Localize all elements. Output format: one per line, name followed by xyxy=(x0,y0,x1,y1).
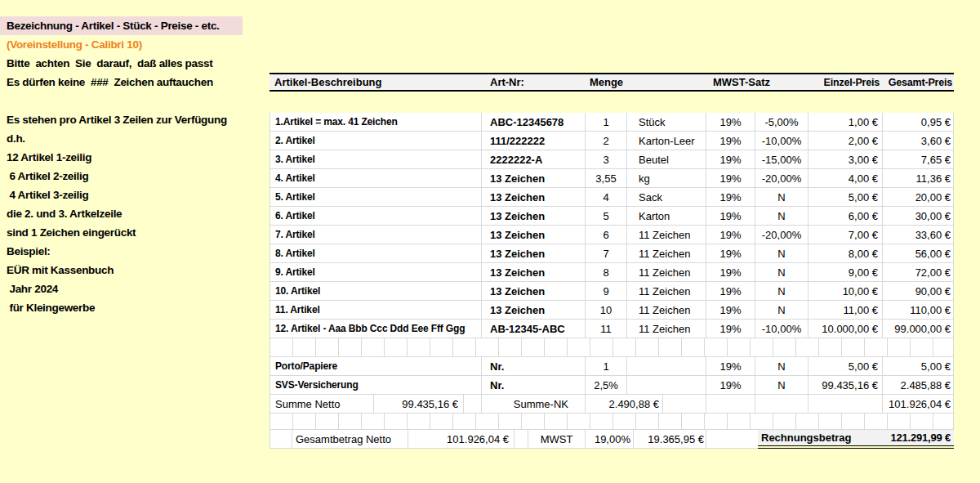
cell-einzelpreis[interactable]: 7,00 € xyxy=(808,226,883,244)
cell-desc[interactable]: 9. Artikel xyxy=(270,263,482,282)
cell-menge[interactable]: 10 xyxy=(586,301,627,320)
cell-einheit[interactable]: 11 Zeichen xyxy=(627,282,706,301)
cell-einzelpreis[interactable]: 9,00 € xyxy=(808,263,883,282)
cell-desc[interactable]: 3. Artikel xyxy=(270,150,482,169)
cell-desc[interactable]: 10. Artikel xyxy=(270,282,482,301)
cell-menge[interactable]: 3,55 xyxy=(586,169,627,188)
cell-menge[interactable]: 8 xyxy=(586,263,627,282)
cell-mwst[interactable]: 19% xyxy=(706,169,755,188)
cell-einzelpreis[interactable]: 1,00 € xyxy=(808,113,883,132)
cell-artnr[interactable]: 111/222222 xyxy=(482,132,586,150)
empty-cell[interactable] xyxy=(514,430,528,449)
cell-artnr[interactable]: AB-12345-ABC xyxy=(482,320,586,338)
cell-desc[interactable]: 5. Artikel xyxy=(270,188,482,207)
cell-einzelpreis[interactable]: 11,00 € xyxy=(808,301,883,320)
cell-rabatt[interactable]: -10,00% xyxy=(755,132,808,150)
cell-einzelpreis[interactable]: 99.435,16 € xyxy=(808,376,883,395)
rechnungsbetrag-value[interactable]: 121.291,99 € xyxy=(866,430,954,445)
mwst-label[interactable]: MWST xyxy=(528,430,586,449)
cell-gesamtpreis[interactable]: 72,00 € xyxy=(883,263,954,282)
cell-einheit[interactable]: Sack xyxy=(627,188,706,207)
cell-einzelpreis[interactable]: 6,00 € xyxy=(808,207,883,226)
cell-gesamtpreis[interactable]: 5,00 € xyxy=(883,357,954,376)
cell-desc[interactable]: Porto/Papiere xyxy=(270,357,482,376)
cell-einheit[interactable]: kg xyxy=(627,169,706,188)
empty-cell[interactable] xyxy=(663,395,706,414)
cell-rabatt[interactable]: -20,00% xyxy=(755,169,808,188)
cell-artnr[interactable]: 13 Zeichen xyxy=(482,282,586,301)
gesamtbetrag-netto-label[interactable]: Gesamtbetrag Netto xyxy=(292,430,408,449)
empty-cell[interactable] xyxy=(706,395,755,414)
cell-menge[interactable]: 3 xyxy=(586,150,627,169)
cell-einheit[interactable]: Karton-Leer xyxy=(627,132,706,150)
cell-menge[interactable]: 11 xyxy=(586,320,627,338)
empty-cell[interactable] xyxy=(270,430,292,449)
cell-mwst[interactable]: 19% xyxy=(706,132,755,150)
cell-desc[interactable]: 6. Artikel xyxy=(270,207,482,226)
cell-artnr[interactable]: 13 Zeichen xyxy=(482,301,586,320)
cell-desc[interactable]: 11. Artikel xyxy=(270,301,482,320)
cell-mwst[interactable]: 19% xyxy=(706,226,755,244)
cell-rabatt[interactable]: -10,00% xyxy=(755,320,808,338)
cell-gesamtpreis[interactable]: 0,95 € xyxy=(883,113,954,132)
summe-netto-label[interactable]: Summe Netto xyxy=(270,395,374,414)
cell-desc[interactable]: SVS-Versicherung xyxy=(270,376,482,395)
cell-mwst[interactable]: 19% xyxy=(706,376,755,395)
cell-gesamtpreis[interactable]: 11,36 € xyxy=(883,169,954,188)
cell-gesamtpreis[interactable]: 7,65 € xyxy=(883,150,954,169)
cell-mwst[interactable]: 19% xyxy=(706,207,755,226)
cell-einheit[interactable] xyxy=(627,376,706,395)
cell-einheit[interactable]: Karton xyxy=(627,207,706,226)
cell-menge[interactable]: 6 xyxy=(586,226,627,244)
cell-artnr[interactable]: 13 Zeichen xyxy=(482,263,586,282)
cell-rabatt[interactable]: N xyxy=(755,207,808,226)
empty-cell[interactable] xyxy=(755,395,808,414)
cell-desc[interactable]: 7. Artikel xyxy=(270,226,482,244)
cell-mwst[interactable]: 19% xyxy=(706,188,755,207)
cell-mwst[interactable]: 19% xyxy=(706,320,755,338)
netto-total-value[interactable]: 101.926,04 € xyxy=(883,395,954,414)
cell-menge[interactable]: 1 xyxy=(586,113,627,132)
cell-einheit[interactable]: 11 Zeichen xyxy=(627,263,706,282)
empty-cell[interactable] xyxy=(706,430,758,449)
cell-einzelpreis[interactable]: 10,00 € xyxy=(808,282,883,301)
cell-einheit[interactable]: 11 Zeichen xyxy=(627,320,706,338)
cell-artnr[interactable]: 13 Zeichen xyxy=(482,188,586,207)
cell-rabatt[interactable]: -5,00% xyxy=(755,113,808,132)
cell-artnr[interactable]: 13 Zeichen xyxy=(482,226,586,244)
summe-nk-label[interactable]: Summe-NK xyxy=(482,395,586,414)
cell-einheit[interactable]: 11 Zeichen xyxy=(627,301,706,320)
cell-gesamtpreis[interactable]: 56,00 € xyxy=(883,244,954,263)
cell-einzelpreis[interactable]: 5,00 € xyxy=(808,357,883,376)
cell-artnr[interactable]: 13 Zeichen xyxy=(482,169,586,188)
cell-desc[interactable]: 12. Artikel - Aaa Bbb Ccc Ddd Eee Fff Gg… xyxy=(270,320,482,338)
cell-mwst[interactable]: 19% xyxy=(706,263,755,282)
cell-einheit[interactable]: Beutel xyxy=(627,150,706,169)
cell-rabatt[interactable]: -15,00% xyxy=(755,150,808,169)
cell-rabatt[interactable]: N xyxy=(755,282,808,301)
cell-artnr[interactable]: 13 Zeichen xyxy=(482,207,586,226)
cell-rabatt[interactable]: N xyxy=(755,301,808,320)
cell-gesamtpreis[interactable]: 110,00 € xyxy=(883,301,954,320)
cell-rabatt[interactable]: -20,00% xyxy=(755,226,808,244)
summe-netto-value[interactable]: 99.435,16 € xyxy=(374,395,464,414)
cell-mwst[interactable]: 19% xyxy=(706,113,755,132)
cell-rabatt[interactable]: N xyxy=(755,263,808,282)
gesamtbetrag-netto-value[interactable]: 101.926,04 € xyxy=(408,430,514,449)
cell-gesamtpreis[interactable]: 33,60 € xyxy=(883,226,954,244)
cell-einzelpreis[interactable]: 5,00 € xyxy=(808,188,883,207)
cell-artnr[interactable]: ABC-12345678 xyxy=(482,113,586,132)
cell-rabatt[interactable]: N xyxy=(755,357,808,376)
cell-artnr[interactable]: Nr. xyxy=(482,357,586,376)
cell-menge[interactable]: 1 xyxy=(586,357,627,376)
summe-nk-value[interactable]: 2.490,88 € xyxy=(586,395,663,414)
empty-cell[interactable] xyxy=(464,395,482,414)
cell-rabatt[interactable]: N xyxy=(755,244,808,263)
cell-gesamtpreis[interactable]: 99.000,00 € xyxy=(883,320,954,338)
cell-mwst[interactable]: 19% xyxy=(706,150,755,169)
cell-menge[interactable]: 9 xyxy=(586,282,627,301)
cell-mwst[interactable]: 19% xyxy=(706,301,755,320)
empty-cell[interactable] xyxy=(808,395,883,414)
cell-menge[interactable]: 5 xyxy=(586,207,627,226)
cell-gesamtpreis[interactable]: 3,60 € xyxy=(883,132,954,150)
